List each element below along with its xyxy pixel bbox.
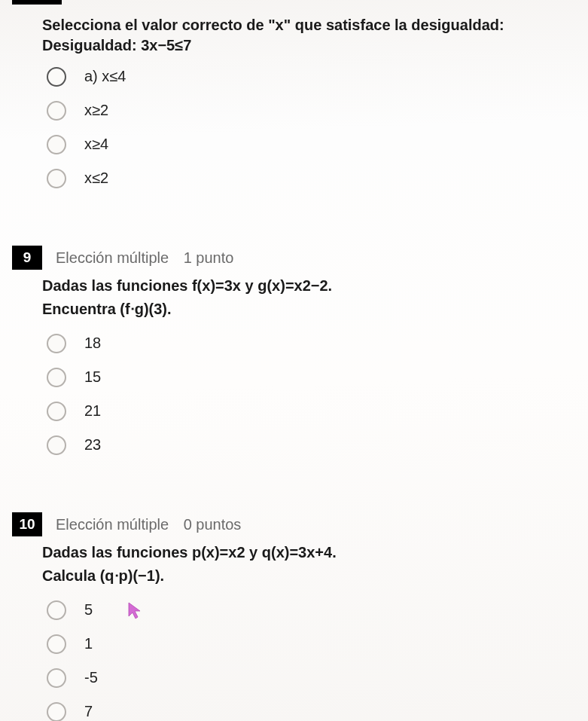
- question-8-stem: Selecciona el valor correcto de "x" que …: [42, 15, 558, 56]
- option-label: 15: [84, 367, 101, 387]
- question-8-block: Selecciona el valor correcto de "x" que …: [0, 0, 588, 218]
- option-label: 21: [84, 401, 101, 421]
- question-9-stem-line2: Encuentra (f⋅g)(3).: [42, 299, 558, 319]
- option-label: 1: [84, 634, 93, 654]
- question-10-option-a[interactable]: 5: [47, 600, 558, 620]
- question-10-block: 10 Elección múltiple 0 puntos Dadas las …: [0, 502, 588, 721]
- option-label: -5: [84, 668, 98, 688]
- question-8-options: a) x≤4 x≥2 x≥4 x≤2: [47, 66, 558, 188]
- question-10-option-c[interactable]: -5: [47, 668, 558, 688]
- radio-icon: [47, 67, 66, 87]
- question-marker-partial: [12, 0, 62, 5]
- question-9-meta: Elección múltiple 1 punto: [56, 248, 233, 268]
- question-type: Elección múltiple: [56, 516, 169, 533]
- question-number-badge: 9: [12, 246, 42, 270]
- question-9-header: 9 Elección múltiple 1 punto: [12, 246, 558, 270]
- option-label: 5: [84, 600, 93, 620]
- question-points: 0 puntos: [184, 516, 242, 533]
- radio-icon: [47, 368, 66, 387]
- question-9-block: 9 Elección múltiple 1 punto Dadas las fu…: [0, 235, 588, 485]
- question-10-meta: Elección múltiple 0 puntos: [56, 515, 241, 535]
- question-10-header: 10 Elección múltiple 0 puntos: [12, 512, 558, 536]
- option-label: 23: [84, 435, 101, 455]
- question-8-option-b[interactable]: x≥2: [47, 100, 558, 121]
- question-9-stem-line1: Dadas las funciones f(x)=3x y g(x)=x2−2.: [42, 277, 332, 294]
- question-9-option-d[interactable]: 23: [47, 435, 558, 455]
- radio-icon: [47, 634, 66, 654]
- question-points: 1 punto: [184, 249, 234, 266]
- question-type: Elección múltiple: [56, 249, 169, 266]
- question-10-options: 5 1 -5 7: [47, 600, 558, 721]
- question-9-option-c[interactable]: 21: [47, 401, 558, 421]
- question-8-stem-line2: Desigualdad: 3x−5≤7: [42, 35, 558, 56]
- option-label: x≤2: [84, 168, 108, 188]
- radio-icon: [47, 435, 66, 455]
- radio-icon: [47, 169, 66, 188]
- question-10-stem: Dadas las funciones p(x)=x2 y q(x)=3x+4.: [42, 542, 558, 563]
- option-label: a) x≤4: [84, 66, 126, 87]
- question-number: 9: [23, 248, 32, 267]
- option-label: 18: [84, 333, 101, 353]
- question-number-badge: 10: [12, 512, 42, 536]
- question-number: 10: [19, 515, 35, 534]
- question-10-option-d[interactable]: 7: [47, 701, 558, 721]
- question-9-stem: Dadas las funciones f(x)=3x y g(x)=x2−2.: [42, 276, 558, 296]
- option-label: 7: [84, 701, 93, 721]
- question-8-option-d[interactable]: x≤2: [47, 168, 558, 188]
- radio-icon: [47, 600, 66, 620]
- option-label: x≥2: [84, 100, 108, 121]
- radio-icon: [47, 334, 66, 353]
- question-8-stem-line1: Selecciona el valor correcto de "x" que …: [42, 17, 504, 33]
- radio-icon: [47, 135, 66, 154]
- radio-icon: [47, 702, 66, 722]
- cursor-icon: [127, 601, 142, 619]
- option-label: x≥4: [84, 134, 108, 154]
- question-9-options: 18 15 21 23: [47, 333, 558, 455]
- question-9-option-b[interactable]: 15: [47, 367, 558, 387]
- question-10-stem-line2: Calcula (q⋅p)(−1).: [42, 566, 558, 586]
- question-8-option-a[interactable]: a) x≤4: [47, 66, 558, 87]
- radio-icon: [47, 668, 66, 688]
- question-8-option-c[interactable]: x≥4: [47, 134, 558, 154]
- question-10-stem-line1: Dadas las funciones p(x)=x2 y q(x)=3x+4.: [42, 544, 337, 561]
- radio-icon: [47, 101, 66, 121]
- radio-icon: [47, 402, 66, 421]
- question-9-option-a[interactable]: 18: [47, 333, 558, 353]
- question-10-option-b[interactable]: 1: [47, 634, 558, 654]
